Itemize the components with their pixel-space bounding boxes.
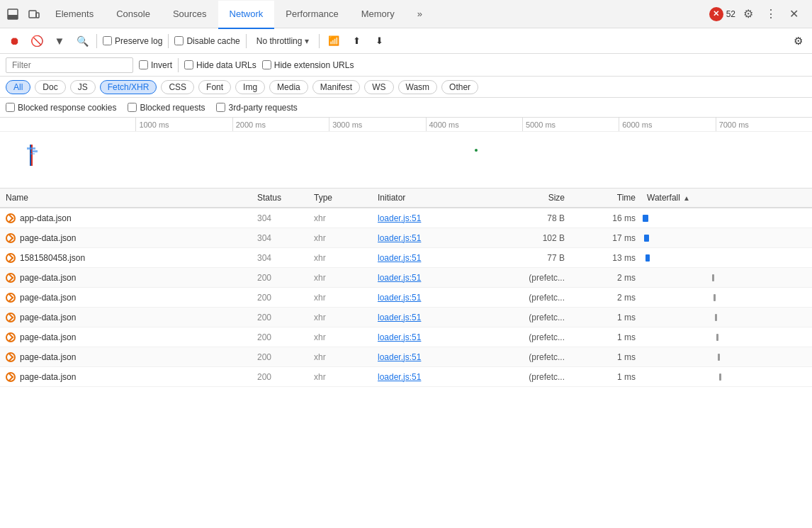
cell-initiator[interactable]: loader.js:51 [372, 213, 500, 223]
initiator-link[interactable]: loader.js:51 [378, 372, 421, 382]
initiator-link[interactable]: loader.js:51 [378, 332, 421, 342]
initiator-link[interactable]: loader.js:51 [378, 273, 421, 283]
hide-extension-urls-checkbox[interactable]: Hide extension URLs [262, 60, 354, 70]
tab-more[interactable]: » [406, 1, 434, 29]
row-name-text: page-data.json [20, 233, 76, 243]
filter-toggle[interactable]: ▼ [51, 33, 68, 50]
download-icon[interactable]: ⬇ [371, 33, 388, 50]
table-row[interactable]: 1581580458.json 304 xhr loader.js:51 77 … [0, 248, 812, 268]
blocked-requests-checkbox[interactable]: Blocked requests [128, 103, 205, 113]
table-row[interactable]: page-data.json 304 xhr loader.js:51 102 … [0, 228, 812, 248]
error-count-group[interactable]: ✕ 52 [709, 7, 735, 21]
blocked-response-cookies-checkbox[interactable]: Blocked response cookies [6, 103, 116, 113]
third-party-requests-input[interactable] [216, 103, 225, 112]
col-header-initiator[interactable]: Initiator [372, 193, 500, 203]
initiator-link[interactable]: loader.js:51 [378, 293, 421, 303]
filter-btn-all[interactable]: All [6, 80, 30, 94]
col-header-name[interactable]: Name [0, 193, 252, 203]
col-header-waterfall[interactable]: Waterfall ▲ [641, 193, 812, 203]
filter-btn-img[interactable]: Img [235, 80, 265, 94]
filter-text-input[interactable] [12, 60, 127, 70]
third-party-requests-checkbox[interactable]: 3rd-party requests [216, 103, 297, 113]
invert-input[interactable] [139, 60, 148, 69]
settings-icon[interactable]: ⚙ [738, 4, 758, 24]
hide-data-urls-checkbox[interactable]: Hide data URLs [184, 60, 256, 70]
filter-btn-media[interactable]: Media [269, 80, 308, 94]
filter-btn-doc[interactable]: Doc [35, 80, 65, 94]
tab-console[interactable]: Console [105, 1, 162, 29]
preserve-log-checkbox[interactable]: Preserve log [103, 36, 162, 46]
table-row[interactable]: page-data.json 200 xhr loader.js:51 (pre… [0, 367, 812, 387]
blocked-requests-input[interactable] [128, 103, 137, 112]
tab-network[interactable]: Network [218, 1, 275, 29]
filter-btn-css[interactable]: CSS [161, 80, 194, 94]
table-row[interactable]: page-data.json 200 xhr loader.js:51 (pre… [0, 347, 812, 367]
initiator-link[interactable]: loader.js:51 [378, 352, 421, 362]
filter-btn-font[interactable]: Font [198, 80, 231, 94]
cell-waterfall [641, 308, 812, 327]
blocked-response-cookies-input[interactable] [6, 103, 15, 112]
cell-initiator[interactable]: loader.js:51 [372, 313, 500, 322]
cell-initiator[interactable]: loader.js:51 [372, 372, 500, 382]
row-name-text: page-data.json [20, 273, 76, 283]
search-button[interactable]: 🔍 [74, 33, 91, 50]
tab-memory[interactable]: Memory [350, 1, 406, 29]
col-header-size[interactable]: Size [500, 193, 570, 203]
initiator-link[interactable]: loader.js:51 [378, 253, 421, 263]
table-row[interactable]: page-data.json 200 xhr loader.js:51 (pre… [0, 268, 812, 288]
cell-initiator[interactable]: loader.js:51 [372, 253, 500, 263]
filter-btn-other[interactable]: Other [441, 80, 478, 94]
cell-initiator[interactable]: loader.js:51 [372, 273, 500, 283]
cell-name: page-data.json [0, 293, 252, 303]
cell-time: 1 ms [570, 313, 641, 322]
close-icon[interactable]: ✕ [784, 4, 803, 24]
upload-icon[interactable]: ⬆ [348, 33, 365, 50]
cell-size: (prefetc... [500, 293, 570, 303]
preserve-log-input[interactable] [103, 36, 112, 45]
dock-icon[interactable] [3, 4, 23, 24]
hide-data-urls-input[interactable] [184, 60, 193, 69]
initiator-link[interactable]: loader.js:51 [378, 313, 421, 322]
table-row[interactable]: page-data.json 200 xhr loader.js:51 (pre… [0, 288, 812, 308]
tab-elements[interactable]: Elements [44, 1, 105, 29]
disable-cache-input[interactable] [174, 36, 184, 45]
col-header-type[interactable]: Type [308, 193, 372, 203]
initiator-link[interactable]: loader.js:51 [378, 233, 421, 243]
table-row[interactable]: page-data.json 200 xhr loader.js:51 (pre… [0, 327, 812, 347]
cell-name: page-data.json [0, 233, 252, 243]
timeline-tick-5: 5000 ms [522, 118, 619, 131]
cell-initiator[interactable]: loader.js:51 [372, 293, 500, 303]
cell-time: 2 ms [570, 293, 641, 303]
filter-btn-js[interactable]: JS [70, 80, 96, 94]
table-row[interactable]: app-data.json 304 xhr loader.js:51 78 B … [0, 208, 812, 228]
cell-initiator[interactable]: loader.js:51 [372, 352, 500, 362]
filter-btn-manifest[interactable]: Manifest [312, 80, 360, 94]
hide-extension-urls-input[interactable] [262, 60, 271, 69]
filter-btn-fetch-xhr[interactable]: Fetch/XHR [100, 80, 157, 94]
invert-checkbox[interactable]: Invert [139, 60, 172, 70]
filter-btn-wasm[interactable]: Wasm [398, 80, 438, 94]
tab-sources[interactable]: Sources [162, 1, 218, 29]
throttle-select[interactable]: No throttling ▾ [252, 35, 314, 47]
tab-performance[interactable]: Performance [274, 1, 349, 29]
filter-btn-ws[interactable]: WS [364, 80, 393, 94]
record-button[interactable]: ⏺ [6, 33, 23, 50]
col-header-status[interactable]: Status [252, 193, 308, 203]
device-toggle-icon[interactable] [24, 4, 44, 24]
table-row[interactable]: page-data.json 200 xhr loader.js:51 (pre… [0, 308, 812, 327]
error-badge: ✕ [709, 7, 723, 21]
timeline-ruler: 1000 ms 2000 ms 3000 ms 4000 ms 5000 ms … [0, 118, 812, 132]
cell-waterfall [641, 367, 812, 387]
xhr-icon [6, 313, 16, 322]
cell-initiator[interactable]: loader.js:51 [372, 332, 500, 342]
waterfall-bar [643, 215, 648, 222]
cell-initiator[interactable]: loader.js:51 [372, 233, 500, 243]
network-settings-icon[interactable]: ⚙ [789, 33, 806, 50]
col-header-time[interactable]: Time [570, 193, 641, 203]
clear-button[interactable]: 🚫 [28, 33, 45, 50]
filter-input-box[interactable] [6, 57, 133, 73]
initiator-link[interactable]: loader.js:51 [378, 213, 421, 223]
wifi-icon[interactable]: 📶 [325, 33, 342, 50]
disable-cache-checkbox[interactable]: Disable cache [174, 36, 239, 46]
more-options-icon[interactable]: ⋮ [761, 4, 781, 24]
